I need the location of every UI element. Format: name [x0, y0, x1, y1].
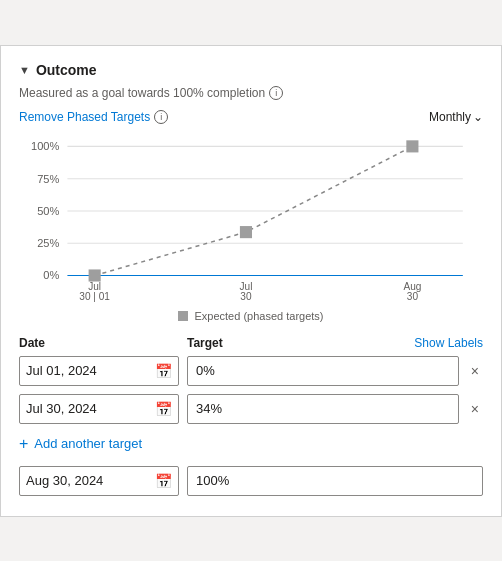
- svg-text:25%: 25%: [37, 237, 59, 249]
- remove-row-1-button[interactable]: ×: [467, 362, 483, 380]
- target-column-header: Target: [187, 336, 414, 350]
- table-row: 📅: [19, 466, 483, 496]
- table-row: 📅 ×: [19, 356, 483, 386]
- section-title: Outcome: [36, 62, 97, 78]
- plus-icon: +: [19, 436, 28, 452]
- target-input-1[interactable]: [196, 363, 450, 378]
- legend-box-icon: [178, 311, 188, 321]
- svg-rect-12: [406, 140, 418, 152]
- date-input-wrap-1[interactable]: 📅: [19, 356, 179, 386]
- target-input-wrap-last[interactable]: [187, 466, 483, 496]
- target-input-last[interactable]: [196, 473, 474, 488]
- monthly-chevron-icon: ⌄: [473, 110, 483, 124]
- chart-area: 100% 75% 50% 25% 0% Jul 30 | 01 Jul 30 A…: [19, 134, 483, 304]
- calendar-icon-1[interactable]: 📅: [155, 363, 172, 379]
- date-input-2[interactable]: [26, 401, 155, 416]
- monthly-label: Monthly: [429, 110, 471, 124]
- chevron-down-icon: ▼: [19, 64, 30, 76]
- toolbar-row: Remove Phased Targets i Monthly ⌄: [19, 110, 483, 124]
- form-header: Date Target Show Labels: [19, 336, 483, 350]
- target-input-wrap-2[interactable]: [187, 394, 459, 424]
- svg-text:30: 30: [240, 290, 252, 301]
- add-target-label: Add another target: [34, 436, 142, 451]
- section-header: ▼ Outcome: [19, 62, 483, 78]
- calendar-icon-last[interactable]: 📅: [155, 473, 172, 489]
- chart-svg: 100% 75% 50% 25% 0% Jul 30 | 01 Jul 30 A…: [19, 134, 483, 304]
- svg-text:100%: 100%: [31, 140, 59, 152]
- date-input-1[interactable]: [26, 363, 155, 378]
- outcome-card: ▼ Outcome Measured as a goal towards 100…: [0, 45, 502, 517]
- date-input-wrap-last[interactable]: 📅: [19, 466, 179, 496]
- target-input-wrap-1[interactable]: [187, 356, 459, 386]
- table-row: 📅 ×: [19, 394, 483, 424]
- legend-label: Expected (phased targets): [194, 310, 323, 322]
- remove-row-2-button[interactable]: ×: [467, 400, 483, 418]
- show-labels-button[interactable]: Show Labels: [414, 336, 483, 350]
- remove-phased-targets-button[interactable]: Remove Phased Targets i: [19, 110, 168, 124]
- subtitle-row: Measured as a goal towards 100% completi…: [19, 86, 483, 100]
- svg-text:50%: 50%: [37, 204, 59, 216]
- svg-text:75%: 75%: [37, 172, 59, 184]
- date-input-wrap-2[interactable]: 📅: [19, 394, 179, 424]
- monthly-dropdown[interactable]: Monthly ⌄: [429, 110, 483, 124]
- svg-text:0%: 0%: [43, 268, 59, 280]
- calendar-icon-2[interactable]: 📅: [155, 401, 172, 417]
- date-input-last[interactable]: [26, 473, 155, 488]
- remove-phased-info-icon[interactable]: i: [154, 110, 168, 124]
- add-another-target-button[interactable]: + Add another target: [19, 432, 483, 456]
- target-input-2[interactable]: [196, 401, 450, 416]
- chart-legend: Expected (phased targets): [19, 310, 483, 322]
- svg-text:30: 30: [407, 290, 419, 301]
- svg-rect-11: [240, 226, 252, 238]
- date-column-header: Date: [19, 336, 187, 350]
- remove-phased-label: Remove Phased Targets: [19, 110, 150, 124]
- info-icon[interactable]: i: [269, 86, 283, 100]
- svg-text:30 | 01: 30 | 01: [79, 290, 110, 301]
- subtitle-text: Measured as a goal towards 100% completi…: [19, 86, 265, 100]
